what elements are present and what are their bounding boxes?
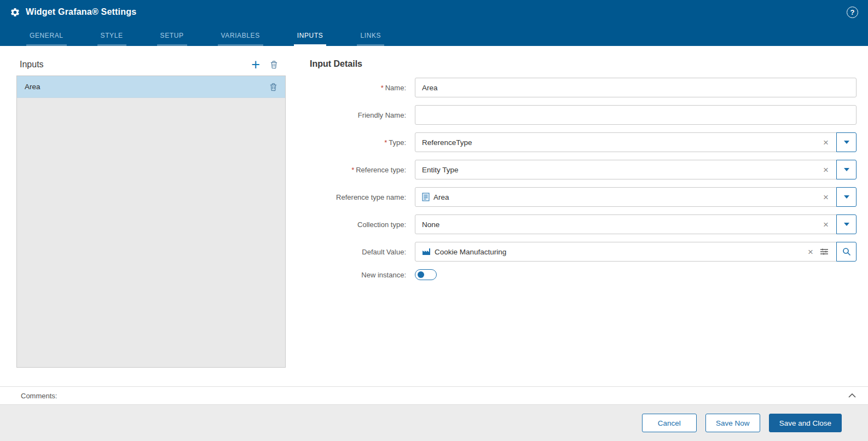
chevron-down-icon <box>844 168 849 171</box>
tab-links[interactable]: LINKS <box>357 26 384 46</box>
chevron-down-icon <box>844 141 849 144</box>
search-button[interactable] <box>836 242 857 262</box>
comments-section: Comments: <box>0 386 868 405</box>
reference-type-name-combobox[interactable]: Area × <box>415 187 837 207</box>
clear-icon[interactable]: × <box>820 193 832 202</box>
field-label-reference-type: Reference type: <box>356 166 406 174</box>
required-marker: * <box>384 138 387 147</box>
field-row-reference-type: *Reference type: Entity Type × <box>310 160 857 179</box>
collection-type-value: None <box>422 220 439 229</box>
collection-type-dropdown-button[interactable] <box>836 214 857 234</box>
field-row-type: *Type: ReferenceType × <box>310 132 857 152</box>
gear-icon <box>10 7 20 18</box>
inputs-panel: Inputs + Area <box>16 59 286 386</box>
reference-type-value: Entity Type <box>422 166 459 174</box>
dialog-footer: Cancel Save Now Save and Close <box>0 405 868 441</box>
widget-settings-dialog: Widget Grafana® Settings ? GENERAL STYLE… <box>0 0 868 441</box>
type-combobox[interactable]: ReferenceType × <box>415 132 837 152</box>
tab-bar: GENERAL STYLE SETUP VARIABLES INPUTS LIN… <box>0 24 868 46</box>
save-and-close-button[interactable]: Save and Close <box>769 414 842 432</box>
filter-options-icon[interactable] <box>817 248 832 256</box>
datashape-icon <box>422 193 430 201</box>
field-row-collection-type: Collection type: None × <box>310 214 857 234</box>
input-details-title: Input Details <box>310 59 857 69</box>
reference-type-dropdown-button[interactable] <box>836 160 857 179</box>
clear-icon[interactable]: × <box>805 247 817 257</box>
search-icon <box>842 247 851 256</box>
add-input-button[interactable]: + <box>251 59 260 70</box>
name-input[interactable] <box>415 78 857 97</box>
tab-inputs[interactable]: INPUTS <box>294 26 327 46</box>
tab-style[interactable]: STYLE <box>97 26 126 46</box>
comments-label: Comments: <box>21 392 57 400</box>
field-row-new-instance: New instance: <box>310 269 857 280</box>
main-content: Inputs + Area Input Details <box>0 46 868 386</box>
field-label-reference-type-name: Reference type name: <box>336 193 406 201</box>
inputs-panel-title: Inputs <box>20 60 44 69</box>
default-value-entity-picker[interactable]: Cookie Manufacturing × <box>415 242 837 262</box>
chevron-up-icon[interactable] <box>848 393 856 398</box>
inputs-list: Area <box>16 76 286 368</box>
dialog-header: Widget Grafana® Settings ? GENERAL STYLE… <box>0 0 868 46</box>
field-label-new-instance: New instance: <box>361 271 406 279</box>
tab-setup[interactable]: SETUP <box>157 26 187 46</box>
help-icon[interactable]: ? <box>847 7 858 18</box>
save-now-button[interactable]: Save Now <box>705 414 760 432</box>
row-trash-icon[interactable] <box>269 83 277 91</box>
field-label-friendly-name: Friendly Name: <box>358 111 406 119</box>
clear-icon[interactable]: × <box>820 220 832 229</box>
cancel-button[interactable]: Cancel <box>642 414 697 432</box>
tab-variables[interactable]: VARIABLES <box>218 26 263 46</box>
chevron-down-icon <box>844 223 849 226</box>
field-row-friendly-name: Friendly Name: <box>310 105 857 125</box>
dialog-title: Widget Grafana® Settings <box>26 7 136 17</box>
type-dropdown-button[interactable] <box>836 132 857 152</box>
friendly-name-input[interactable] <box>415 105 857 125</box>
required-marker: * <box>381 84 384 92</box>
list-item-area[interactable]: Area <box>17 76 285 98</box>
field-label-default-value: Default Value: <box>362 248 406 256</box>
clear-icon[interactable]: × <box>820 138 832 147</box>
type-value: ReferenceType <box>422 138 472 147</box>
new-instance-toggle[interactable] <box>415 269 437 280</box>
input-details-panel: Input Details *Name: Friendly Name: <box>310 59 857 386</box>
list-item-label: Area <box>25 83 40 91</box>
factory-icon <box>422 248 431 256</box>
collection-type-combobox[interactable]: None × <box>415 214 837 234</box>
reference-type-combobox[interactable]: Entity Type × <box>415 160 837 179</box>
field-label-collection-type: Collection type: <box>357 220 406 229</box>
field-label-name: Name: <box>385 84 406 92</box>
field-row-name: *Name: <box>310 78 857 97</box>
tab-general[interactable]: GENERAL <box>26 26 67 46</box>
required-marker: * <box>351 166 354 174</box>
field-row-default-value: Default Value: Cookie Manufacturing × <box>310 242 857 262</box>
chevron-down-icon <box>844 195 849 199</box>
default-value-text: Cookie Manufacturing <box>435 248 506 256</box>
field-label-type: Type: <box>389 138 406 147</box>
reference-type-name-dropdown-button[interactable] <box>836 187 857 207</box>
clear-icon[interactable]: × <box>820 165 832 175</box>
delete-input-button[interactable] <box>270 60 278 69</box>
field-row-reference-type-name: Reference type name: Area × <box>310 187 857 207</box>
reference-type-name-value: Area <box>433 193 449 201</box>
